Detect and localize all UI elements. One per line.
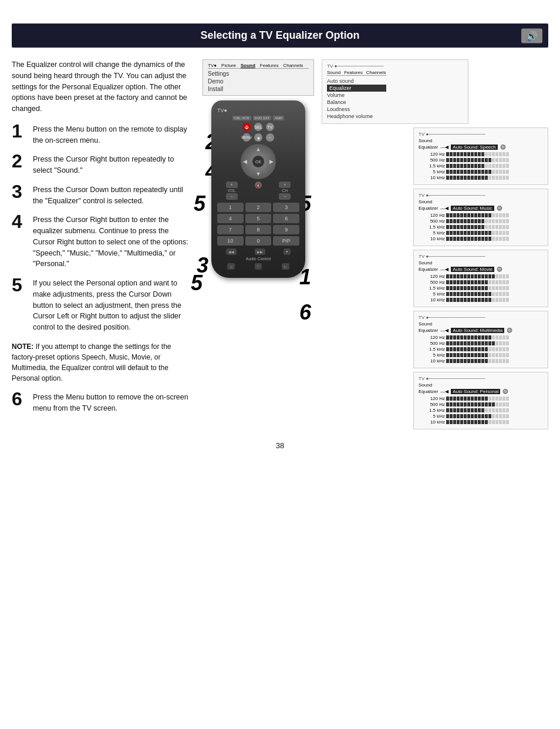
step-4-number: 4 [12, 212, 28, 231]
menu-nav-sound: Sound [241, 63, 255, 68]
music-120hz: 120 Hz [419, 213, 543, 218]
sidebar-settings: Settings [208, 70, 229, 77]
music-handle: 🔘 [497, 206, 502, 211]
sound-item-volume: Volume [327, 92, 386, 99]
amp-btn[interactable]: AMP [273, 116, 284, 120]
movie-120hz: 120 Hz [419, 274, 543, 279]
personal-tv-label: TV ●───────────────── [419, 376, 543, 381]
guide-btn[interactable]: ◉ [254, 133, 262, 142]
sidebar-install: Install [208, 86, 229, 92]
num-10[interactable]: 10 [217, 236, 244, 246]
sound-menu-panel: TV ●────────────── Sound Features Channe… [322, 59, 468, 124]
sound-item-loudness: Loudness [327, 106, 386, 113]
speech-120hz: 120 Hz [419, 152, 543, 157]
movie-5khz: 5 kHz [419, 291, 543, 297]
back-btn[interactable]: ← [266, 133, 274, 142]
speech-1500hz-bars [446, 164, 509, 168]
num-3[interactable]: 3 [273, 203, 299, 212]
ch-down-btn[interactable]: − [279, 193, 291, 200]
num-5[interactable]: 5 [245, 214, 272, 223]
speech-10khz-label: 10 kHz [419, 175, 445, 180]
speech-tv-label: TV ●───────────────── [419, 132, 543, 137]
ok-button[interactable]: OK [252, 156, 264, 167]
step-6: 6 Press the Menu button to remove the on… [12, 392, 191, 414]
final-btn-2[interactable]: □ [255, 263, 262, 270]
overlay-6: 6 [299, 300, 311, 325]
func-row: MENU ◉ ← [217, 133, 299, 142]
num-6[interactable]: 6 [273, 214, 299, 223]
step-3-number: 3 [12, 182, 28, 201]
movie-handle: 🔘 [497, 267, 502, 272]
ch-group: + CH − [279, 182, 291, 200]
music-sound-title: Sound [419, 199, 543, 204]
speech-120hz-label: 120 Hz [419, 152, 445, 157]
personal-1500hz: 1.5 kHz [419, 408, 543, 413]
multimedia-arrow: —◀ [440, 328, 448, 333]
personal-mode: Auto Sound: Personal [451, 389, 500, 394]
menu-btn[interactable]: MENU [242, 133, 251, 142]
left-column: The Equalizer control will change the dy… [12, 59, 200, 429]
vol-up-btn[interactable]: + [226, 182, 238, 188]
vol-group: + VOL − [226, 182, 238, 200]
menu-screenshot: TV● Picture Sound Features Channels Sett… [203, 59, 314, 96]
num-7[interactable]: 7 [217, 225, 244, 234]
middle-column: TV● Picture Sound Features Channels Sett… [200, 59, 317, 429]
final-btn-1[interactable]: ◁ [227, 263, 235, 270]
step-6-text: Press the Menu button to remove the on-s… [33, 392, 191, 414]
menu-nav-features: Features [260, 63, 279, 68]
personal-5khz: 5 kHz [419, 414, 543, 419]
step-4-text: Press the Cursor Right button to enter t… [33, 214, 191, 270]
movie-500hz: 500 Hz [419, 280, 543, 285]
speech-arrow: —◀ [440, 145, 448, 150]
step-2: 2 Press the Cursor Right button repeated… [12, 154, 191, 176]
step-5: 5 If you select the Personal option and … [12, 278, 191, 333]
mute-btn[interactable]: 🔇 [255, 182, 262, 189]
num-9[interactable]: 9 [273, 225, 299, 234]
sound-panel-tv-label: TV ●────────────── [327, 63, 386, 69]
power-btn[interactable]: ⏻ [242, 123, 251, 131]
speech-eq-label: Equalizer [419, 145, 438, 150]
num-8[interactable]: 8 [245, 225, 272, 234]
sp-sound: Sound [327, 70, 340, 75]
movie-sound-title: Sound [419, 260, 543, 266]
step-1: 1 Press the Menu button on the remote to… [12, 124, 191, 146]
personal-sound-title: Sound [419, 382, 543, 388]
multimedia-1500hz: 1.5 kHz [419, 347, 543, 352]
num-2[interactable]: 2 [245, 203, 272, 212]
page-title: Selecting a TV Equalizer Option [200, 29, 359, 41]
nav-ring[interactable]: ▲ ▼ ◀ ▶ OK [241, 144, 276, 179]
pip-btn[interactable]: PiP [273, 236, 299, 246]
steps-list: 1 Press the Menu button on the remote to… [12, 124, 191, 333]
personal-arrow: —◀ [440, 389, 448, 394]
bottom-btn-1[interactable]: ◀◀ [226, 248, 237, 255]
sound-item-balance: Balance [327, 99, 386, 106]
sound-menu-list: Auto sound Equalizer Volume Balance Loud… [327, 78, 386, 120]
bottom-btn-2[interactable]: ▶▶ [255, 248, 265, 255]
speech-1500hz-label: 1.5 kHz [419, 163, 445, 169]
step-3: 3 Press the Cursor Down button repeatedl… [12, 184, 191, 207]
dvd-sat-btn[interactable]: DVD SAT [253, 116, 272, 120]
eq-panel-movie: TV ●───────────────── Sound Equalizer —◀… [413, 250, 548, 307]
movie-10khz: 10 kHz [419, 297, 543, 303]
music-500hz: 500 Hz [419, 219, 543, 224]
multimedia-handle: 🔘 [507, 328, 512, 333]
multimedia-mode: Auto Sound: Multimedia [451, 328, 504, 333]
select-btn[interactable]: SEL [254, 123, 262, 131]
note-body: If you attempt to change the settings fo… [12, 342, 171, 382]
intro-text: The Equalizer control will change the dy… [12, 59, 191, 115]
menu-nav-channels: Channels [283, 63, 303, 68]
bottom-btn-3[interactable]: ● [284, 248, 291, 255]
final-row: ◁ □ ▷ [217, 263, 299, 270]
vol-down-btn[interactable]: − [226, 193, 238, 200]
final-btn-3[interactable]: ▷ [282, 263, 289, 270]
sound-item-equalizer: Equalizer [327, 85, 386, 92]
music-10khz: 10 kHz [419, 236, 543, 241]
num-4[interactable]: 4 [217, 214, 244, 223]
bottom-row: ◀◀ ▶▶ ● [217, 248, 299, 255]
num-0[interactable]: 0 [245, 236, 272, 246]
num-1[interactable]: 1 [217, 203, 244, 212]
cbl-vcr-btn[interactable]: CBL VCR [232, 116, 251, 120]
input-btn[interactable]: TV [266, 123, 274, 131]
ch-up-btn[interactable]: + [279, 182, 291, 188]
nav-left-arrow: ◀ [243, 159, 247, 164]
